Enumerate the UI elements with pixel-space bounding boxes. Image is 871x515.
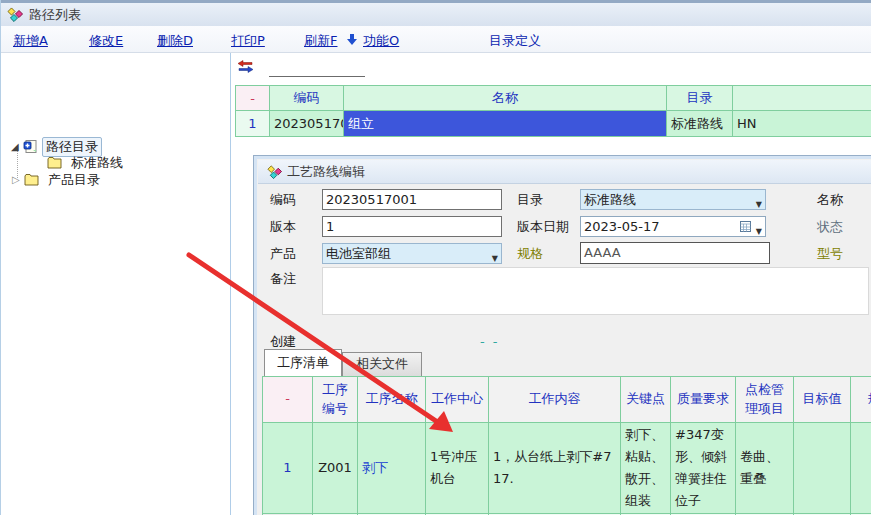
process-row-op-name-link[interactable]: 剥下 (358, 423, 426, 514)
delete-button[interactable]: 删除D (157, 32, 193, 50)
spec-label: 规格 (517, 243, 543, 264)
process-header-work-content[interactable]: 工作内容 (489, 377, 621, 423)
process-table: - 工序编号 工序名称 工作中心 工作内容 关键点 质量要求 点检管理项目 目标… (262, 376, 871, 515)
window-titlebar: 路径列表 (1, 0, 871, 26)
tree-item-path-directory[interactable]: ◢ 路径目录 (11, 138, 102, 155)
routes-row-code[interactable]: 20230517001 (270, 111, 344, 137)
swap-arrows-icon[interactable] (237, 60, 254, 73)
process-header-inspection[interactable]: 点检管理项目 (736, 377, 794, 423)
process-header-target[interactable]: 目标值 (794, 377, 851, 423)
code-input[interactable]: 20230517001 (322, 189, 502, 210)
directory-label: 目录 (517, 189, 543, 210)
process-row-1[interactable]: 1 Z001 剥下 1号冲压机台 1，从台纸上剥下#717. 剥下、粘贴、散开、… (263, 423, 871, 514)
process-header-row: - 工序编号 工序名称 工作中心 工作内容 关键点 质量要求 点检管理项目 目标… (263, 377, 871, 423)
chevron-down-icon[interactable]: ▼ (756, 195, 762, 210)
directory-tree-panel: ◢ 路径目录 标准路线 ▷ (1, 53, 231, 515)
version-date-label: 版本日期 (517, 216, 569, 237)
chevron-down-icon[interactable]: ▼ (492, 249, 498, 264)
process-header-quality[interactable]: 质量要求 (671, 377, 736, 423)
tree-label-standard-route[interactable]: 标准路线 (68, 154, 126, 172)
product-label: 产品 (270, 243, 296, 264)
filter-field[interactable] (269, 62, 365, 77)
code-label: 编码 (270, 189, 296, 210)
dialog-icon (267, 165, 282, 179)
down-arrow-icon (346, 34, 358, 46)
routes-header-extra[interactable] (733, 86, 871, 111)
process-row-inspection[interactable]: 卷曲、重叠 (736, 423, 794, 514)
dialog-titlebar: 工艺路线编辑 (258, 160, 871, 184)
expander-open-icon[interactable]: ◢ (11, 141, 23, 152)
function-button[interactable]: 功能O (363, 32, 399, 50)
remark-label: 备注 (270, 268, 296, 289)
tab-related-files[interactable]: 相关文件 (342, 352, 422, 376)
calendar-icon[interactable] (740, 221, 751, 232)
version-input[interactable]: 1 (322, 216, 502, 237)
process-header-op-name[interactable]: 工序名称 (358, 377, 426, 423)
status-label: 状态 (817, 216, 843, 237)
model-label: 型号 (817, 243, 843, 264)
process-row-num[interactable]: 1 (263, 423, 313, 514)
process-row-target[interactable] (794, 423, 851, 514)
chevron-down-icon[interactable]: ▼ (756, 222, 762, 237)
process-header-key-points[interactable]: 关键点 (621, 377, 671, 423)
process-header-spec[interactable]: 规格 (851, 377, 871, 423)
print-button[interactable]: 打印P (231, 32, 265, 50)
routes-header-row: - 编码 名称 目录 (236, 86, 871, 111)
routes-row[interactable]: 1 20230517001 组立 标准路线 HN (236, 111, 871, 137)
routes-header-name[interactable]: 名称 (344, 86, 667, 111)
process-header-dash[interactable]: - (263, 377, 313, 423)
dialog-title: 工艺路线编辑 (287, 163, 365, 181)
process-row-op-no[interactable]: Z001 (313, 423, 358, 514)
process-row-work-center[interactable]: 1号冲压机台 (426, 423, 489, 514)
routes-row-dir[interactable]: 标准路线 (667, 111, 733, 137)
tab-process-list[interactable]: 工序清单 (264, 349, 342, 376)
routes-row-num[interactable]: 1 (236, 111, 270, 137)
document-plus-icon (23, 139, 38, 154)
version-label: 版本 (270, 216, 296, 237)
routes-row-extra[interactable]: HN (733, 111, 871, 137)
toolbar: 新增A 修改E 删除D 打印P 刷新F 功能O 目录定义 (1, 26, 871, 53)
routes-row-name-selected[interactable]: 组立 (344, 111, 667, 137)
app-icon (7, 7, 23, 22)
add-button[interactable]: 新增A (13, 32, 48, 50)
tree-label-product-directory[interactable]: 产品目录 (45, 171, 103, 189)
expander-closed-icon[interactable]: ▷ (12, 174, 24, 185)
tree-item-standard-route[interactable]: 标准路线 (47, 154, 126, 171)
app-window: 路径列表 新增A 修改E 删除D 打印P 刷新F 功能O 目录定义 ◢ 路 (0, 0, 871, 515)
folder-icon (24, 174, 39, 186)
process-row-spec[interactable] (851, 423, 871, 514)
product-select[interactable]: 电池室部组 ▼ (322, 243, 502, 264)
routes-table: - 编码 名称 目录 1 20230517001 组立 标准路线 HN (235, 85, 871, 137)
spec-input[interactable]: AAAA (580, 242, 770, 264)
name-label: 名称 (817, 189, 843, 210)
remark-textarea[interactable] (322, 267, 869, 315)
routes-header-dash[interactable]: - (236, 86, 270, 111)
refresh-button[interactable]: 刷新F (304, 32, 337, 50)
edit-button[interactable]: 修改E (89, 32, 123, 50)
process-header-work-center[interactable]: 工作中心 (426, 377, 489, 423)
dir-define-button[interactable]: 目录定义 (489, 32, 541, 50)
process-row-quality[interactable]: #347变形、倾斜弹簧挂住位子 (671, 423, 736, 514)
process-row-work-content[interactable]: 1，从台纸上剥下#717. (489, 423, 621, 514)
routes-header-code[interactable]: 编码 (270, 86, 344, 111)
window-title: 路径列表 (29, 6, 81, 24)
folder-icon (47, 157, 62, 169)
created-value: - - (480, 331, 500, 352)
version-date-picker[interactable]: 2023-05-17 ▼ (580, 216, 766, 237)
process-row-key-points[interactable]: 剥下、粘贴、散开、组装 (621, 423, 671, 514)
process-header-op-no[interactable]: 工序编号 (313, 377, 358, 423)
tree-item-product-directory[interactable]: ▷ 产品目录 (12, 171, 103, 188)
routes-header-dir[interactable]: 目录 (667, 86, 733, 111)
process-route-edit-dialog: 工艺路线编辑 编码 20230517001 目录 标准路线 ▼ 名称 版本 1 … (253, 155, 871, 515)
directory-select[interactable]: 标准路线 ▼ (580, 189, 766, 210)
